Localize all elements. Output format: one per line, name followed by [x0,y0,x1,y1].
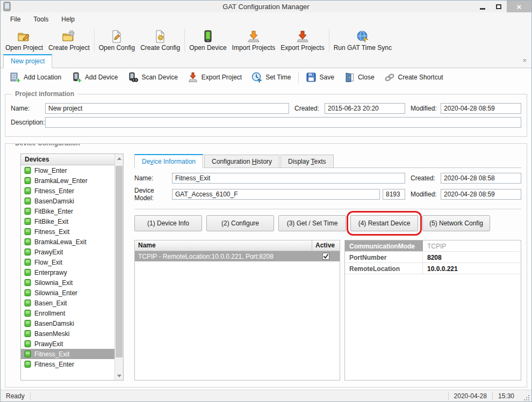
content-area: Project information Name: Created: Modif… [1,86,531,390]
device-model-code-input[interactable] [383,189,405,200]
export-project-button[interactable]: Export Project [183,70,247,85]
device-list-item[interactable]: Basen_Exit [21,298,114,308]
status-separator [30,392,31,400]
resize-grip-icon[interactable] [522,393,530,401]
device-name-input[interactable] [172,173,405,184]
open-device-icon [201,30,215,43]
menu-help[interactable]: Help [55,13,81,26]
device-list-item[interactable]: Silownia_Exit [21,277,114,288]
close-icon: × [517,2,522,11]
device-list-item[interactable]: Fitness_Exit [21,226,114,237]
set-time-button[interactable]: Set Time [247,70,296,85]
property-key: CommunicationMode [345,240,423,251]
property-row[interactable]: CommunicationMode TCPIP [345,240,521,252]
device-list-item[interactable]: Fitness_Enter [21,186,114,196]
tab-close-icon[interactable]: × [522,57,527,64]
device-info-button[interactable]: (1) Device Info [134,215,202,231]
device-modified-label: Modified: [411,191,441,198]
open-config-button[interactable]: Open Config [96,28,138,53]
toolbar-separator [94,29,95,52]
column-name-header[interactable]: Name [135,240,312,251]
open-device-button[interactable]: Open Device [186,28,229,53]
configure-button[interactable]: (2) Configure [206,215,274,231]
add-device-label: Add Device [85,74,118,81]
device-list-item[interactable]: Flow_Exit [21,257,114,267]
toolbar-separator [184,29,185,52]
tab-configuration-history[interactable]: Configuration History [204,155,279,168]
scan-device-button[interactable]: Scan Device [123,70,182,85]
create-config-button[interactable]: Create Config [138,28,183,53]
device-list-item[interactable]: BasenDamski [21,196,114,206]
save-button[interactable]: Save [301,70,339,85]
close-button[interactable]: × [507,1,531,12]
devices-scrollbar[interactable] [114,154,123,380]
device-list-item[interactable]: Fitness_Enter [21,359,114,369]
add-location-button[interactable]: Add Location [5,70,66,85]
device-list-item[interactable]: BramkaLewa_Exit [21,237,114,247]
device-name: PrawyExit [34,248,63,256]
open-project-icon [17,30,31,43]
device-list-item[interactable]: BramkaLew_Enter [21,176,114,186]
menu-file[interactable]: File [4,13,27,26]
menu-tools[interactable]: Tools [27,13,55,26]
scroll-up-icon[interactable] [115,154,123,163]
device-name: Fitness_Enter [34,187,74,195]
device-icon [24,187,31,194]
device-created-input[interactable] [441,173,521,184]
scrollbar-thumb[interactable] [116,166,123,357]
device-modified-input[interactable] [441,189,521,200]
project-modified-input[interactable] [441,103,521,114]
close-button-toolbar[interactable]: Close [339,70,379,85]
get-set-time-button[interactable]: (3) Get / Set Time [278,215,346,231]
device-name: Silownia_Enter [34,289,77,297]
device-list-item-selected[interactable]: Fitness_Exit [21,349,114,359]
tab-device-information[interactable]: Device Information [134,154,203,168]
add-device-button[interactable]: Add Device [66,70,123,85]
minimize-button[interactable] [475,1,491,12]
active-checkbox[interactable] [322,253,329,260]
device-list-item[interactable]: PrawyExit [21,339,114,349]
tab-display-texts[interactable]: Display Texts [281,155,333,168]
import-projects-label: Import Projects [232,44,276,52]
device-name: FitBike_Enter [34,208,73,215]
device-list-item[interactable]: FitBike_Enter [21,206,114,216]
device-icon [24,269,31,276]
device-list-item[interactable]: BasenDamski [21,318,114,328]
device-list-item[interactable]: Flow_Enter [21,165,114,176]
device-name: BasenMeski [34,330,69,338]
column-active-header[interactable]: Active [312,240,340,251]
project-description-input[interactable] [45,117,521,128]
set-time-label: Set Time [265,74,291,81]
device-icon [24,340,31,347]
property-row[interactable]: RemoteLocation 10.0.0.221 [345,263,521,274]
open-project-button[interactable]: Open Project [3,28,46,53]
device-created-label: Created: [411,174,441,182]
tab-new-project[interactable]: New project [3,54,52,68]
network-config-button[interactable]: (5) Network Config [422,215,490,231]
import-projects-button[interactable]: Import Projects [229,28,278,53]
import-projects-icon [247,30,261,43]
property-row[interactable]: PortNumber 8208 [345,252,521,263]
connection-row-selected[interactable]: TCPIP - RemoteLocation:10.0.0.221, Port:… [135,251,340,261]
toolbar-separator [329,29,329,52]
device-model-input[interactable] [172,189,380,200]
project-created-input[interactable] [325,103,405,114]
maximize-button[interactable] [491,1,507,12]
menu-bar: File Tools Help [1,12,531,26]
scroll-down-icon[interactable] [115,371,123,380]
run-gat-time-sync-button[interactable]: Run GAT Time Sync [331,28,394,53]
device-list-item[interactable]: FitBike_Exit [21,216,114,226]
device-list-item[interactable]: BasenMeski [21,328,114,339]
device-list-item[interactable]: Enterprawy [21,267,114,277]
create-project-button[interactable]: Create Project [46,28,92,53]
create-shortcut-button[interactable]: Create Shortcut [379,70,448,85]
device-list-item[interactable]: Enrollment [21,308,114,318]
export-projects-button[interactable]: Export Projects [278,28,327,53]
restart-device-button[interactable]: (4) Restart Device [350,215,418,231]
connections-table: Name Active TCPIP - RemoteLocation:10.0.… [134,240,340,381]
run-gat-time-sync-label: Run GAT Time Sync [334,44,392,52]
device-list-item[interactable]: PrawyExit [21,247,114,257]
project-name-input[interactable] [45,103,289,114]
window-title: GAT Configuration Manager [1,3,531,11]
device-list-item[interactable]: Silownia_Enter [21,288,114,298]
